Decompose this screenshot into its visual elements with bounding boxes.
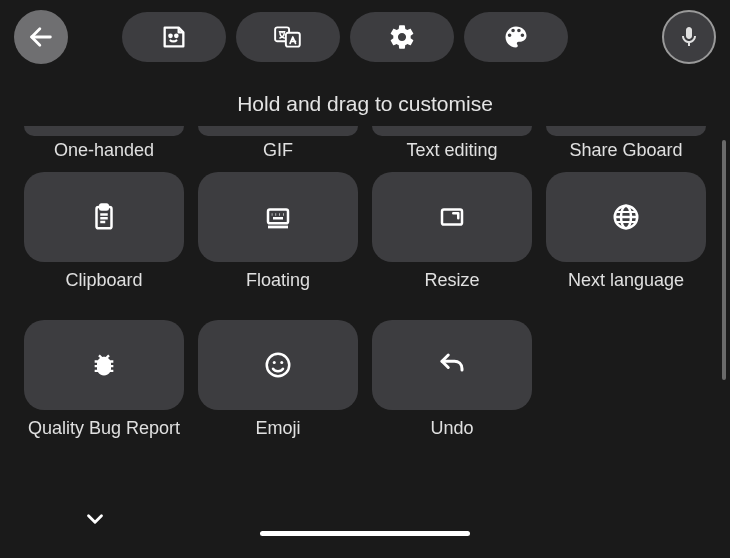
shortcut-label: Emoji xyxy=(255,418,300,462)
shortcut-label: One-handed xyxy=(54,140,154,162)
shortcut-label: Resize xyxy=(424,270,479,314)
shortcut-label: Share Gboard xyxy=(569,140,682,162)
shortcut-text-editing[interactable]: Text editing xyxy=(372,126,532,172)
shortcut-label: Floating xyxy=(246,270,310,314)
translate-button[interactable] xyxy=(236,12,340,62)
svg-rect-4 xyxy=(286,33,300,47)
settings-button[interactable] xyxy=(350,12,454,62)
sticker-icon xyxy=(160,23,188,51)
globe-icon xyxy=(611,202,641,232)
voice-input-button[interactable] xyxy=(662,10,716,64)
shortcut-label: GIF xyxy=(263,140,293,162)
arrow-left-icon xyxy=(27,23,55,51)
shortcut-tile xyxy=(198,320,358,410)
resize-icon xyxy=(437,202,467,232)
shortcut-emoji[interactable]: Emoji xyxy=(198,320,358,462)
chevron-down-icon xyxy=(82,506,108,532)
floating-keyboard-icon xyxy=(263,202,293,232)
emoji-icon xyxy=(263,350,293,380)
shortcut-tile xyxy=(198,172,358,262)
back-button[interactable] xyxy=(14,10,68,64)
shortcut-grid: One-handed GIF Text editing Share Gboard… xyxy=(0,126,730,462)
scrollbar[interactable] xyxy=(722,140,726,380)
tile-stub xyxy=(24,126,184,136)
shortcut-label: Quality Bug Report xyxy=(28,418,180,462)
svg-point-23 xyxy=(280,361,283,364)
sticker-button[interactable] xyxy=(122,12,226,62)
shortcut-next-language[interactable]: Next language xyxy=(546,172,706,314)
gear-icon xyxy=(388,23,416,51)
tile-stub xyxy=(372,126,532,136)
tile-stub xyxy=(546,126,706,136)
bug-icon xyxy=(90,351,118,379)
shortcut-resize[interactable]: Resize xyxy=(372,172,532,314)
shortcut-undo[interactable]: Undo xyxy=(372,320,532,462)
theme-button[interactable] xyxy=(464,12,568,62)
clipboard-icon xyxy=(89,202,119,232)
shortcut-label: Undo xyxy=(430,418,473,462)
svg-rect-10 xyxy=(268,210,288,224)
svg-point-1 xyxy=(169,35,171,37)
shortcut-floating[interactable]: Floating xyxy=(198,172,358,314)
shortcut-tile xyxy=(24,320,184,410)
tile-stub xyxy=(198,126,358,136)
shortcut-tile xyxy=(24,172,184,262)
shortcut-label: Clipboard xyxy=(65,270,142,314)
instruction-text: Hold and drag to customise xyxy=(0,92,730,116)
shortcut-gif[interactable]: GIF xyxy=(198,126,358,172)
shortcut-label: Text editing xyxy=(406,140,497,162)
shortcut-quality-bug-report[interactable]: Quality Bug Report xyxy=(24,320,184,462)
shortcut-label: Next language xyxy=(568,270,684,314)
top-toolbar xyxy=(0,0,730,70)
shortcut-tile xyxy=(372,172,532,262)
palette-icon xyxy=(502,23,530,51)
undo-icon xyxy=(437,350,467,380)
shortcut-tile xyxy=(372,320,532,410)
collapse-button[interactable] xyxy=(82,506,108,532)
shortcut-clipboard[interactable]: Clipboard xyxy=(24,172,184,314)
svg-point-21 xyxy=(267,354,290,377)
shortcut-tile xyxy=(546,172,706,262)
shortcut-share-gboard[interactable]: Share Gboard xyxy=(546,126,706,172)
svg-point-2 xyxy=(175,35,177,37)
svg-rect-6 xyxy=(100,205,108,210)
mic-icon xyxy=(677,25,701,49)
shortcut-one-handed[interactable]: One-handed xyxy=(24,126,184,172)
svg-point-22 xyxy=(273,361,276,364)
translate-icon xyxy=(273,23,303,51)
home-indicator[interactable] xyxy=(260,531,470,536)
